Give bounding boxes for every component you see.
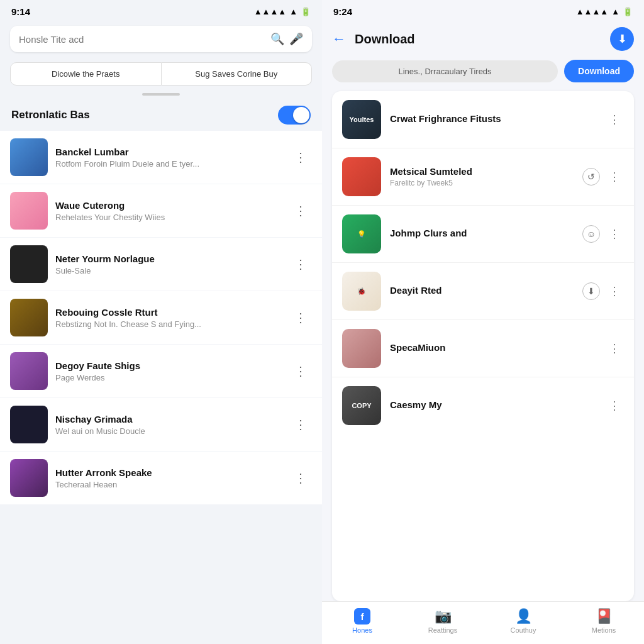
more-dots-button[interactable]: ⋮: [605, 340, 624, 357]
search-input[interactable]: [19, 34, 265, 45]
right-list-item: Youltes Crwat Frighrance Fitusts ⋮: [332, 91, 634, 148]
right-title: Download: [355, 32, 601, 47]
toggle-switch[interactable]: [278, 106, 311, 125]
more-dots-button[interactable]: ⋮: [605, 397, 624, 414]
right-item-info: Crwat Frighrance Fitusts: [390, 113, 596, 126]
left-panel: 9:14 ▲▲▲▲ ▲ 🔋 🔍 🎤 Dicowle the Praets Sug…: [0, 0, 322, 644]
right-item-info: Caesmy My: [390, 399, 596, 412]
download-circle-icon: ⬇: [618, 32, 627, 46]
right-panel: 9:24 ▲▲▲▲ ▲ 🔋 ← Download ⬇ Lines., Drrac…: [322, 0, 644, 644]
right-status-icons: ▲▲▲▲ ▲ 🔋: [576, 7, 633, 16]
list-item-title: Degoy Faute Shigs: [55, 360, 282, 371]
right-wifi-icon: ▲: [611, 7, 619, 16]
right-time: 9:24: [333, 6, 352, 17]
list-item-title: Neter Yourm Norlague: [55, 253, 282, 264]
right-item-title: Metsical Sumteled: [390, 166, 574, 177]
mic-icon: 🎤: [289, 32, 303, 46]
more-dots-button[interactable]: ⋮: [605, 111, 624, 128]
nav-label-metions: Metions: [592, 626, 616, 634]
right-item-title: Crwat Frighrance Fitusts: [390, 113, 596, 124]
list-item-thumb: [10, 138, 48, 176]
list-item-info: Waue Cuterong Rehelates Your Chestity Wi…: [55, 200, 282, 222]
list-item-title: Banckel Lumbar: [55, 147, 282, 157]
nav-item-metions[interactable]: 🎴 Metions: [564, 608, 644, 634]
more-button[interactable]: ⋮: [289, 254, 312, 274]
list-item-info: Banckel Lumbar Rotfom Foroin Pluim Duele…: [55, 147, 282, 169]
list-item: Neter Yourm Norlague Sule-Sale ⋮: [0, 238, 322, 291]
tab-button-1[interactable]: Dicowle the Praets: [10, 62, 162, 86]
tab-button-2[interactable]: Sug Saves Corine Buy: [162, 62, 313, 86]
download-action-icon[interactable]: ⬇: [582, 282, 600, 300]
right-battery-icon: 🔋: [623, 7, 633, 16]
list-item: Nischay Grimada Wel aui on Music Doucle …: [0, 398, 322, 451]
right-list-item: COPY Caesmy My ⋮: [332, 377, 634, 434]
list-item: Degoy Faute Shigs Page Werdes ⋮: [0, 345, 322, 397]
section-title: Retronlatic Bas: [11, 109, 90, 121]
download-button[interactable]: Download: [564, 60, 634, 82]
tabs-row: Dicowle the Praets Sug Saves Corine Buy: [10, 62, 312, 86]
right-item-info: Metsical Sumteled Farelitc by Tweek5: [390, 166, 574, 187]
more-button[interactable]: ⋮: [289, 361, 312, 381]
back-button[interactable]: ←: [332, 31, 346, 47]
download-circle-button[interactable]: ⬇: [610, 27, 634, 51]
list-item-title: Hutter Arronk Speake: [55, 467, 282, 478]
sync-icon[interactable]: ↺: [582, 168, 600, 186]
list-item-thumb: [10, 352, 48, 390]
list-item: Waue Cuterong Rehelates Your Chestity Wi…: [0, 184, 322, 237]
right-item-subtitle: Farelitc by Tweek5: [390, 179, 574, 187]
list-item-subtitle: Wel aui on Music Doucle: [55, 426, 282, 436]
right-item-thumb: COPY: [342, 386, 381, 425]
more-dots-button[interactable]: ⋮: [605, 283, 624, 299]
signal-icon: ▲▲▲▲: [254, 7, 286, 16]
right-item-info: Johmp Clurs and: [390, 228, 574, 240]
nav-item-reattings[interactable]: 📷 Reattings: [402, 608, 483, 634]
right-item-actions: ⬇ ⋮: [582, 282, 624, 300]
section-header: Retronlatic Bas: [0, 101, 322, 131]
fb-icon: f: [354, 608, 370, 625]
list-item-thumb: [10, 406, 48, 443]
list-item-title: Nischay Grimada: [55, 414, 282, 425]
left-status-icons: ▲▲▲▲ ▲ 🔋: [254, 7, 311, 16]
nav-icon-couthuy: 👤: [515, 608, 532, 625]
right-item-actions: ↺ ⋮: [582, 168, 624, 186]
right-item-thumb: [342, 157, 381, 196]
filter-row: Lines., Drracaulary Tireds Download: [332, 60, 634, 82]
list-item-thumb: [10, 459, 48, 497]
list-item: Hutter Arronk Speake Techeraal Heaen ⋮: [0, 452, 322, 504]
list-item-thumb: [10, 245, 48, 283]
list-item-subtitle: Rehelates Your Chestity Wiies: [55, 213, 282, 222]
list-item-subtitle: Techeraal Heaen: [55, 480, 282, 489]
filter-pill[interactable]: Lines., Drracaulary Tireds: [332, 60, 558, 82]
more-button[interactable]: ⋮: [289, 147, 312, 167]
nav-label-hones: Hones: [352, 626, 372, 634]
nav-item-couthuy[interactable]: 👤 Couthuy: [483, 608, 564, 634]
right-item-thumb: 💡: [342, 214, 381, 253]
nav-label-reattings: Reattings: [428, 626, 457, 634]
more-button[interactable]: ⋮: [289, 308, 312, 328]
more-dots-button[interactable]: ⋮: [605, 226, 624, 242]
right-item-thumb: Youltes: [342, 100, 381, 139]
nav-label-couthuy: Couthuy: [511, 626, 536, 634]
list-item-thumb: [10, 299, 48, 336]
right-list-item: SpecaMiuon ⋮: [332, 320, 634, 377]
right-list-item: 🐞 Deayit Rted ⬇ ⋮: [332, 263, 634, 320]
search-bar[interactable]: 🔍 🎤: [10, 26, 312, 52]
list-item-title: Rebouing Cossle Rturt: [55, 307, 282, 318]
right-list-item: 💡 Johmp Clurs and ☺ ⋮: [332, 206, 634, 263]
more-button[interactable]: ⋮: [289, 414, 312, 435]
nav-item-hones[interactable]: f Hones: [322, 608, 402, 634]
right-list-item: Metsical Sumteled Farelitc by Tweek5 ↺ ⋮: [332, 148, 634, 206]
more-button[interactable]: ⋮: [289, 468, 312, 488]
list-item-subtitle: Rebstizng Not In. Chease S and Fying...: [55, 319, 282, 329]
right-item-title: Deayit Rted: [390, 285, 574, 296]
more-dots-button[interactable]: ⋮: [605, 169, 624, 185]
right-item-actions: ⋮: [605, 397, 624, 414]
right-item-actions: ⋮: [605, 111, 624, 128]
right-item-title: Caesmy My: [390, 399, 596, 410]
tab-indicator-bar: [142, 93, 180, 96]
left-list: Banckel Lumbar Rotfom Foroin Pluim Duele…: [0, 131, 322, 644]
smile-icon[interactable]: ☺: [582, 225, 600, 243]
right-item-title: Johmp Clurs and: [390, 228, 574, 238]
more-button[interactable]: ⋮: [289, 201, 312, 221]
list-item-info: Hutter Arronk Speake Techeraal Heaen: [55, 467, 282, 489]
